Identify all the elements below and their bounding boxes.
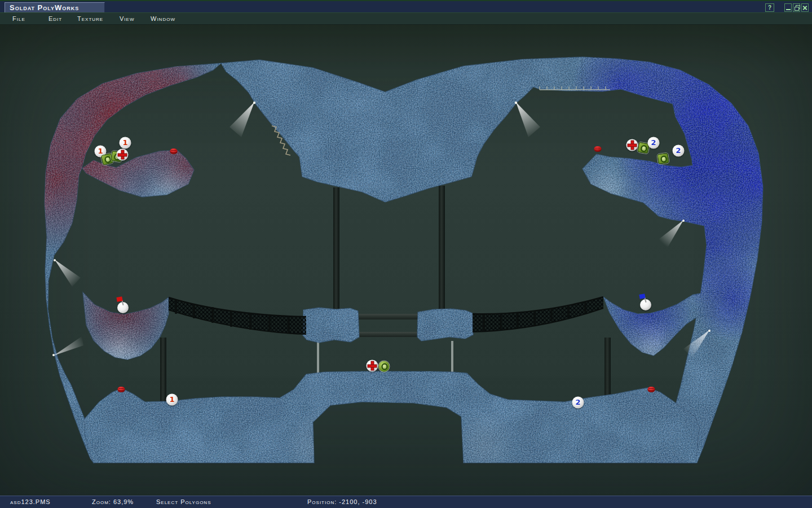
status-bar: asd123.PMS Zoom: 63,9% Select Polygons P… xyxy=(0,496,812,508)
grenade-kit[interactable] xyxy=(657,153,669,164)
medkit[interactable] xyxy=(367,360,378,372)
menu-window[interactable]: Window xyxy=(151,15,175,22)
flag-red-item[interactable] xyxy=(117,302,129,313)
status-zoom: Zoom: 63,9% xyxy=(92,498,134,505)
spawn-alpha[interactable]: 1 xyxy=(120,137,131,149)
spawn-alpha[interactable]: 1 xyxy=(166,394,178,406)
minimize-icon[interactable] xyxy=(784,3,792,12)
status-tool: Select Polygons xyxy=(156,498,211,505)
grenade-round[interactable] xyxy=(379,361,390,372)
spawn-bravo[interactable]: 2 xyxy=(572,397,584,409)
menu-edit[interactable]: Edit xyxy=(48,15,62,22)
flag-marker-red[interactable] xyxy=(594,146,602,152)
close-icon[interactable] xyxy=(801,3,809,12)
map-canvas[interactable] xyxy=(0,25,812,496)
menu-bar: File Edit Texture View Window xyxy=(0,12,812,25)
medkit[interactable] xyxy=(626,139,638,151)
menu-file[interactable]: File xyxy=(12,15,25,22)
map-viewport[interactable] xyxy=(0,25,812,496)
flag-blue-item[interactable] xyxy=(640,299,651,310)
title-bar[interactable]: Soldat PolyWorks ? xyxy=(0,0,812,12)
bridge-right[interactable] xyxy=(473,297,603,332)
terrain-shading xyxy=(0,25,812,496)
restore-icon[interactable] xyxy=(793,3,800,12)
flag-marker-red[interactable] xyxy=(170,148,178,154)
status-position: Position: -2100, -903 xyxy=(307,498,377,505)
menu-view[interactable]: View xyxy=(120,15,134,22)
spawn-bravo[interactable]: 2 xyxy=(648,137,660,149)
bridge-left[interactable] xyxy=(169,297,306,334)
polyworks-window: 112212 Soldat PolyWorks ? File Edit Text… xyxy=(0,0,812,508)
medkit[interactable] xyxy=(117,149,129,161)
status-filename: asd123.PMS xyxy=(10,498,51,505)
help-icon[interactable]: ? xyxy=(765,3,774,12)
spawn-bravo[interactable]: 2 xyxy=(673,145,685,157)
menu-texture[interactable]: Texture xyxy=(77,15,103,22)
flag-marker-red[interactable] xyxy=(648,387,655,392)
window-title: Soldat PolyWorks xyxy=(5,2,105,13)
flag-marker-red[interactable] xyxy=(118,387,125,392)
